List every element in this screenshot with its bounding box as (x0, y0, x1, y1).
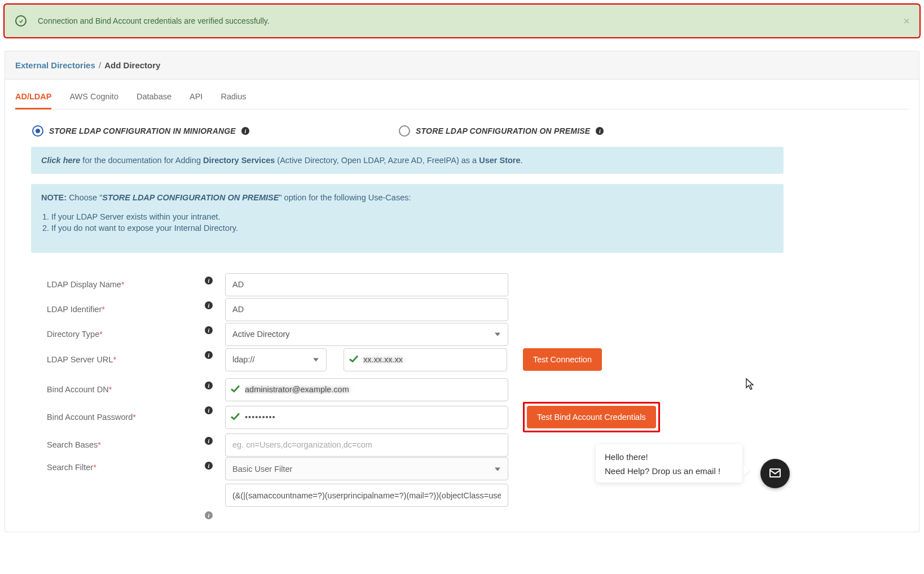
ldap-protocol-select[interactable]: ldap:// (225, 348, 327, 371)
radio-store-on-premise[interactable] (399, 125, 410, 137)
info-icon[interactable]: i (205, 406, 213, 414)
note-label: NOTE: (41, 193, 67, 202)
label-search-bases: Search Bases* (47, 440, 205, 449)
label-search-filter: Search Filter* (47, 457, 205, 472)
label-ldap-identifier: LDAP Identifier* (47, 305, 205, 314)
test-bind-credentials-button[interactable]: Test Bind Account Credentials (527, 406, 656, 428)
callout-text: for the documentation for Adding (80, 156, 203, 165)
label-bind-account-password: Bind Account Password* (47, 413, 205, 422)
search-filter-type-select[interactable]: Basic User Filter (225, 457, 508, 480)
breadcrumb-separator: / (99, 60, 103, 70)
click-here-link[interactable]: Click here (41, 156, 80, 165)
documentation-callout: Click here for the documentation for Add… (31, 147, 784, 174)
ldap-server-url-input[interactable] (344, 348, 507, 371)
note-text: Choose (69, 193, 99, 202)
note-callout: NOTE: Choose "STORE LDAP CONFIGURATION O… (31, 184, 784, 253)
callout-user-store: User Store (479, 156, 520, 165)
test-bind-highlight: Test Bind Account Credentials (523, 402, 660, 432)
info-icon[interactable]: i (205, 437, 213, 445)
chat-popover-tail (743, 465, 750, 476)
bind-account-dn-input[interactable] (225, 378, 508, 401)
info-icon[interactable]: i (205, 326, 213, 334)
tab-api[interactable]: API (190, 86, 203, 109)
chat-popover: Hello there! Need Help? Drop us an email… (596, 444, 742, 483)
note-quote: STORE LDAP CONFIGURATION ON PREMISE (102, 193, 279, 202)
directory-type-select[interactable]: Active Directory (225, 323, 508, 346)
radio-store-miniorange-label: STORE LDAP CONFIGURATION IN MINIORANGE (49, 126, 236, 135)
callout-text: . (521, 156, 523, 165)
radio-store-miniorange[interactable] (32, 125, 43, 137)
info-icon[interactable]: i (205, 462, 213, 470)
mouse-cursor-icon (746, 378, 756, 392)
check-icon (231, 413, 240, 422)
breadcrumb-current: Add Directory (104, 60, 160, 70)
directory-source-tabs: AD/LDAP AWS Cognito Database API Radius (15, 80, 909, 109)
tab-aws-cognito[interactable]: AWS Cognito (69, 86, 118, 109)
check-icon (349, 355, 358, 365)
info-icon[interactable]: i (205, 382, 213, 389)
breadcrumb-external-directories[interactable]: External Directories (15, 60, 95, 70)
label-bind-account-dn: Bind Account DN* (47, 385, 205, 394)
info-icon[interactable]: i (205, 277, 213, 284)
mail-icon (768, 466, 782, 481)
info-icon[interactable]: i (205, 301, 213, 309)
tab-adldap[interactable]: AD/LDAP (15, 86, 51, 109)
storage-location-radios: STORE LDAP CONFIGURATION IN MINIORANGE i… (15, 109, 909, 147)
callout-text: (Active Directory, Open LDAP, Azure AD, … (275, 156, 479, 165)
tab-radius[interactable]: Radius (221, 86, 246, 109)
breadcrumb: External Directories / Add Directory (5, 51, 919, 80)
chat-fab-button[interactable] (760, 459, 790, 488)
ldap-identifier-input[interactable] (225, 298, 508, 321)
chat-line-1: Hello there! (605, 452, 733, 462)
label-ldap-display-name: LDAP Display Name* (47, 280, 205, 289)
note-text: option for the following Use-Cases: (284, 193, 411, 202)
bind-account-password-input[interactable] (225, 406, 508, 429)
callout-dir-services: Directory Services (203, 156, 275, 165)
close-icon[interactable]: × (903, 15, 910, 28)
check-icon (231, 385, 240, 395)
info-icon[interactable]: i (205, 511, 213, 519)
check-circle-icon (15, 15, 27, 27)
search-filter-expression (225, 484, 508, 507)
info-icon[interactable]: i (241, 127, 249, 135)
chat-line-2: Need Help? Drop us an email ! (605, 466, 733, 476)
info-icon[interactable]: i (205, 351, 213, 359)
add-directory-panel: External Directories / Add Directory AD/… (5, 51, 919, 532)
search-bases-input[interactable] (225, 433, 508, 457)
success-alert: Connection and Bind Account credentials … (5, 5, 919, 37)
note-use-case: If you do not want to expose your Intern… (51, 224, 773, 233)
ldap-display-name-input[interactable] (225, 273, 508, 296)
label-directory-type: Directory Type* (47, 330, 205, 339)
note-use-case: If your LDAP Server exists within your i… (51, 212, 773, 221)
info-icon[interactable]: i (596, 127, 604, 135)
label-ldap-server-url: LDAP Server URL* (47, 355, 205, 364)
tab-database[interactable]: Database (137, 86, 171, 109)
radio-store-on-premise-label: STORE LDAP CONFIGURATION ON PREMISE (416, 126, 590, 135)
success-alert-text: Connection and Bind Account credentials … (38, 16, 270, 25)
ldap-config-form: LDAP Display Name* i LDAP Identifier* i … (15, 260, 909, 532)
test-connection-button[interactable]: Test Connection (523, 348, 602, 371)
